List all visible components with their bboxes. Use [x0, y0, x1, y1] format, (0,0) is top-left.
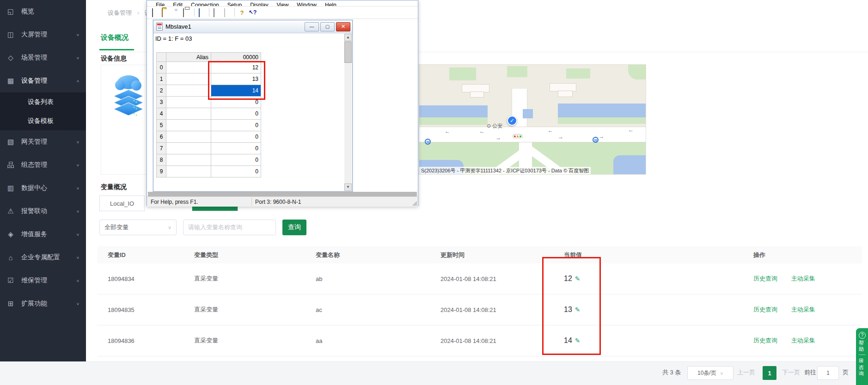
edit-value-icon[interactable]: ✎ — [575, 337, 581, 344]
chevron-down-icon: ∨ — [76, 209, 79, 214]
value-cell[interactable]: 0 — [211, 143, 261, 154]
cell-variable-name: aa — [316, 337, 440, 344]
value-cell[interactable]: 0 — [211, 131, 261, 143]
alias-cell[interactable] — [166, 62, 211, 73]
value-cell[interactable]: 13 — [211, 73, 261, 85]
alias-cell[interactable] — [166, 85, 211, 97]
sidebar-item-gateway[interactable]: ▧ 网关管理 ∨ — [0, 130, 86, 153]
grid-row: 30 — [157, 97, 261, 108]
row-header: 9 — [157, 166, 166, 177]
search-button[interactable]: 查询 — [282, 220, 306, 235]
resize-grip[interactable] — [412, 201, 417, 206]
variable-tab-label: Local_IO — [110, 200, 134, 207]
sidebar-subitem-device-list[interactable]: 设备列表 — [0, 92, 86, 111]
context-help-icon[interactable]: ↖? — [249, 9, 257, 17]
alias-header: Alias — [166, 53, 211, 62]
scroll-down-icon[interactable]: ▼ — [344, 183, 352, 191]
page-number-1[interactable]: 1 — [763, 366, 776, 380]
new-file-icon[interactable] — [152, 8, 153, 17]
value-cell[interactable]: 0 — [211, 97, 261, 108]
minimize-button[interactable]: — — [305, 22, 319, 31]
alias-cell[interactable] — [166, 97, 211, 108]
sidebar-item-device[interactable]: ▦ 设备管理 ∧ — [0, 69, 86, 92]
history-query-link[interactable]: 历史查询 — [753, 306, 777, 313]
breadcrumb-separator: › — [137, 9, 139, 16]
sidebar-item-enterprise[interactable]: ⌂ 企业专属配置 ∨ — [0, 246, 86, 269]
menu-view[interactable]: View — [277, 1, 289, 6]
sidebar-item-extension[interactable]: ⊞ 扩展功能 ∨ — [0, 292, 86, 315]
display-setup-icon[interactable] — [199, 8, 200, 17]
sidebar-item-overview[interactable]: ◱ 概览 — [0, 0, 86, 23]
close-button[interactable]: ✕ — [336, 22, 350, 31]
sidebar-item-bigscreen[interactable]: ◫ 大屏管理 ∨ — [0, 23, 86, 46]
scroll-up-icon[interactable]: ▲ — [344, 34, 352, 41]
help-icon[interactable]: ? — [238, 9, 246, 17]
menu-help[interactable]: Help — [325, 1, 336, 6]
goto-page-input[interactable]: 1 — [817, 366, 839, 380]
value-cell[interactable]: 0 — [211, 166, 261, 177]
menu-window[interactable]: Window — [297, 1, 317, 6]
page-size-select[interactable]: 10条/页 ∨ — [687, 366, 734, 380]
alias-cell[interactable] — [166, 166, 211, 177]
row-header: 3 — [157, 97, 166, 108]
help-label[interactable]: 帮助 — [859, 340, 865, 352]
active-collect-link[interactable]: 主动采集 — [791, 275, 815, 282]
maintenance-icon: ☑ — [6, 276, 15, 285]
sidebar-item-value-added[interactable]: ◈ 增值服务 ∨ — [0, 223, 86, 246]
menu-file[interactable]: File — [156, 1, 165, 6]
sidebar-item-configuration[interactable]: 品 组态管理 ∨ — [0, 153, 86, 177]
menu-edit[interactable]: Edit — [173, 1, 183, 6]
open-file-icon[interactable] — [162, 8, 163, 17]
alias-cell[interactable] — [166, 131, 211, 143]
active-collect-link[interactable]: 主动采集 — [791, 306, 815, 313]
prev-page-button[interactable]: 上一页 — [737, 368, 755, 377]
value-cell[interactable]: 0 — [211, 120, 261, 131]
variable-tab-local-io[interactable]: Local_IO — [99, 196, 145, 211]
consult-label[interactable]: 咨询 — [859, 365, 865, 377]
edit-value-icon[interactable]: ✎ — [575, 275, 581, 282]
value-cell[interactable]: 0 — [211, 154, 261, 166]
maximize-button[interactable]: ▢ — [320, 22, 335, 31]
scroll-thumb[interactable] — [344, 42, 352, 63]
menu-setup[interactable]: Setup — [227, 1, 242, 6]
location-map[interactable]: ← ← ← ← → → → ⊟ ⊟ ✓ ⊙ 公安 S(2023)3206号 - … — [419, 64, 646, 175]
history-query-link[interactable]: 历史查询 — [753, 275, 777, 282]
search-placeholder: 请输入变量名称查询 — [188, 223, 242, 232]
alias-cell[interactable] — [166, 73, 211, 85]
child-title-bar[interactable]: Mbslave1 — ▢ ✕ — [153, 20, 352, 33]
sidebar-item-datacenter[interactable]: ▥ 数据中心 ∨ — [0, 177, 86, 200]
menu-connection[interactable]: Connection — [191, 1, 219, 6]
alias-cell[interactable] — [166, 143, 211, 154]
section-device-info: 设备信息 — [101, 55, 127, 63]
sidebar-subitem-device-template[interactable]: 设备模板 — [0, 111, 86, 130]
variable-type-select[interactable]: 全部变量 ∨ — [99, 220, 177, 235]
sidebar-item-scene[interactable]: ◇ 场景管理 ∨ — [0, 46, 86, 69]
alias-cell[interactable] — [166, 120, 211, 131]
next-page-button[interactable]: 下一页 — [782, 368, 800, 377]
grid-row: 90 — [157, 166, 261, 177]
location-marker-icon[interactable]: ✓ — [507, 116, 517, 126]
map-direction-arrow: → — [495, 135, 501, 140]
menu-display[interactable]: Display — [250, 1, 268, 6]
cell-updated: 2024-01-08 14:08:21 — [440, 275, 550, 282]
active-collect-link[interactable]: 主动采集 — [791, 337, 815, 344]
tab-device-overview[interactable]: 设备概况 — [101, 33, 128, 42]
value-cell[interactable]: 12 — [211, 62, 261, 73]
print-icon[interactable] — [183, 8, 184, 17]
sidebar-item-label: 报警联动 — [21, 207, 76, 215]
history-query-link[interactable]: 历史查询 — [753, 337, 777, 344]
sidebar-item-maintenance[interactable]: ☑ 维保管理 ∨ — [0, 269, 86, 292]
help-float-widget[interactable]: ? 帮助 ⊞ 咨询 — [856, 328, 868, 385]
child-vertical-scrollbar[interactable]: ▲ ▼ — [344, 34, 352, 191]
chevron-down-icon: ∨ — [76, 163, 79, 167]
edit-value-icon[interactable]: ✎ — [575, 306, 581, 313]
row-header: 1 — [157, 73, 166, 85]
sidebar-item-alarm[interactable]: ⚠ 报警联动 ∨ — [0, 200, 86, 223]
alias-cell[interactable] — [166, 108, 211, 120]
breadcrumb-level1[interactable]: 设备管理 — [108, 9, 132, 16]
variable-search-input[interactable]: 请输入变量名称查询 — [183, 220, 276, 235]
alias-cell[interactable] — [166, 154, 211, 166]
value-cell[interactable]: 0 — [211, 108, 261, 120]
value-cell-selected[interactable]: 14 — [211, 85, 261, 97]
connection-setup-icon[interactable] — [214, 8, 214, 17]
